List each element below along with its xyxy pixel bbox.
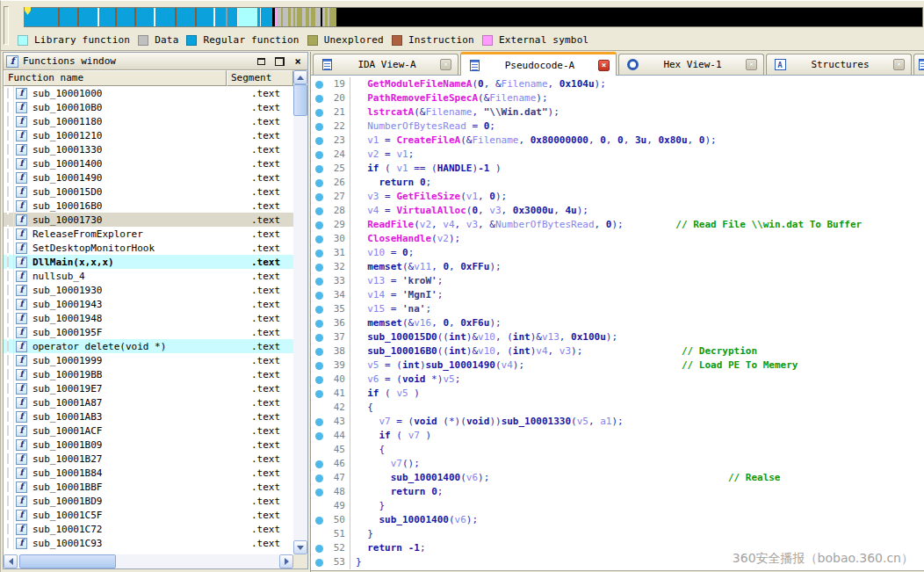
function-row[interactable]: foperator delete(void *).text	[4, 339, 293, 353]
function-row[interactable]: fsub_10001ACF.text	[4, 424, 293, 438]
code-line[interactable]: 28 v4 = VirtualAlloc(0, v3, 0x3000u, 4u)…	[311, 204, 924, 218]
function-row[interactable]: fsub_10001BBF.text	[4, 480, 293, 494]
code-line[interactable]: 48 return 0;	[311, 485, 924, 499]
horizontal-scroll-track[interactable]	[116, 554, 279, 568]
code-line[interactable]: 50 sub_10001400(v6);	[311, 513, 924, 527]
band-segment	[155, 8, 175, 26]
code-token: VirtualAlloc	[396, 204, 466, 218]
function-row[interactable]: fsub_10001000.text	[4, 86, 293, 100]
function-row[interactable]: fsub_10001948.text	[4, 311, 293, 325]
code-line[interactable]: 20 PathRemoveFileSpecA(&Filename);	[311, 91, 924, 105]
code-line[interactable]: 19 GetModuleFileNameA(0, &Filename, 0x10…	[311, 77, 924, 91]
code-line[interactable]: 42 {	[311, 401, 924, 415]
code-token	[356, 330, 367, 344]
code-line[interactable]: 38 sub_100016B0((int)&v10, (int)v4, v3);…	[311, 344, 924, 358]
code-line[interactable]: 51 }	[311, 527, 924, 541]
horizontal-scroll-thumb[interactable]	[19, 554, 116, 568]
function-row[interactable]: fSetDesktopMonitorHook.text	[4, 241, 293, 255]
function-row[interactable]: fsub_100019BB.text	[4, 367, 293, 381]
function-row[interactable]: fsub_10001180.text	[4, 114, 293, 128]
pseudocode-view[interactable]: 19 GetModuleFileNameA(0, &Filename, 0x10…	[311, 76, 924, 570]
functions-window-titlebar[interactable]: f Functions window ×	[4, 53, 307, 70]
scroll-left-button[interactable]	[4, 554, 18, 568]
code-line[interactable]: 26 return 0;	[311, 176, 924, 190]
function-row[interactable]: fnullsub_4.text	[4, 269, 293, 283]
scroll-up-button[interactable]	[293, 70, 307, 84]
vertical-scroll-track[interactable]	[293, 116, 307, 540]
function-row[interactable]: fsub_10001330.text	[4, 142, 293, 156]
scroll-down-button[interactable]	[293, 540, 307, 554]
vertical-scrollbar[interactable]	[293, 70, 307, 554]
line-number: 46	[327, 457, 350, 471]
code-line[interactable]: 24 v2 = v1;	[311, 148, 924, 162]
code-line[interactable]: 46 v7();	[311, 457, 924, 471]
vertical-scroll-thumb[interactable]	[293, 84, 307, 116]
code-line[interactable]: 37 sub_100015D0((int)&v10, (int)&v13, 0x…	[311, 330, 924, 344]
code-line[interactable]: 34 v14 = 'MgnI';	[311, 288, 924, 302]
function-row[interactable]: fsub_10001A87.text	[4, 395, 293, 409]
function-row[interactable]: fsub_10001B27.text	[4, 452, 293, 466]
column-header-function-name[interactable]: Function name	[4, 70, 227, 86]
tab-ida-view-a[interactable]: IDA View-A×	[313, 54, 458, 75]
function-row[interactable]: fsub_100016B0.text	[4, 199, 293, 213]
code-line[interactable]: 29 ReadFile(v2, v4, v3, &NumberOfBytesRe…	[311, 218, 924, 232]
tab-close-button[interactable]: ×	[746, 59, 757, 70]
scroll-right-button[interactable]	[279, 554, 293, 568]
f-glyph-icon: f	[16, 257, 27, 268]
code-line[interactable]: 45 {	[311, 443, 924, 457]
function-row[interactable]: fReleaseFromExplorer.text	[4, 227, 293, 241]
function-row[interactable]: fsub_10001C72.text	[4, 522, 293, 536]
function-row[interactable]: fsub_10001C5F.text	[4, 508, 293, 522]
horizontal-scrollbar[interactable]	[4, 554, 293, 568]
code-line[interactable]: 25 if ( v1 == (HANDLE)-1 )	[311, 162, 924, 176]
code-line[interactable]: 31 v10 = 0;	[311, 246, 924, 260]
code-line[interactable]: 32 memset(&v11, 0, 0xFFu);	[311, 260, 924, 274]
code-line[interactable]: 36 memset(&v16, 0, 0xF6u);	[311, 316, 924, 330]
maximize-button[interactable]	[254, 55, 268, 68]
toolbar-grip[interactable]	[4, 6, 9, 45]
nav-band[interactable]	[24, 7, 923, 27]
code-token: );	[478, 471, 489, 485]
column-header-segment[interactable]: Segment	[227, 70, 293, 86]
code-line[interactable]: 49 }	[311, 499, 924, 513]
tab-structures[interactable]: Structures×	[766, 54, 912, 75]
code-line[interactable]: 43 v7 = (void (*)(void))sub_10001330(v5,…	[311, 415, 924, 429]
tab-close-button[interactable]: ×	[440, 59, 451, 70]
tab-close-button[interactable]: ×	[598, 60, 610, 71]
tab-hex-view-1[interactable]: Hex View-1×	[618, 54, 764, 75]
function-row[interactable]: fsub_100019E7.text	[4, 381, 293, 395]
code-line[interactable]: 39 v5 = (int)sub_10001490(v4); // Load P…	[311, 358, 924, 373]
function-row[interactable]: fsub_100015D0.text	[4, 185, 293, 199]
function-row[interactable]: fsub_10001490.text	[4, 170, 293, 185]
code-line[interactable]: 40 v6 = (void *)v5;	[311, 373, 924, 387]
code-line[interactable]: 27 v3 = GetFileSize(v1, 0);	[311, 190, 924, 204]
function-row[interactable]: fDllMain(x,x,x).text	[4, 255, 293, 269]
function-row[interactable]: fsub_10001B84.text	[4, 466, 293, 480]
tab-partial[interactable]	[913, 54, 924, 75]
tab-close-button[interactable]: ×	[893, 59, 905, 70]
function-row[interactable]: fsub_10001210.text	[4, 128, 293, 142]
function-row[interactable]: fsub_10001999.text	[4, 353, 293, 367]
code-line[interactable]: 41 if ( v5 )	[311, 387, 924, 401]
code-line[interactable]: 44 if ( v7 )	[311, 429, 924, 443]
code-line[interactable]: 21 lstrcatA(&Filename, "\\Win.dat");	[311, 105, 924, 119]
function-row[interactable]: fsub_10001BD9.text	[4, 494, 293, 508]
function-row[interactable]: fsub_10001400.text	[4, 156, 293, 170]
code-line[interactable]: 35 v15 = 'na';	[311, 302, 924, 316]
function-row[interactable]: fsub_10001730.text	[4, 213, 293, 227]
close-button[interactable]: ×	[291, 55, 305, 68]
function-row[interactable]: fsub_10001B09.text	[4, 438, 293, 452]
code-line[interactable]: 30 CloseHandle(v2);	[311, 232, 924, 246]
function-row[interactable]: fsub_10001943.text	[4, 297, 293, 311]
function-row[interactable]: fsub_10001AB3.text	[4, 409, 293, 424]
restore-button[interactable]	[272, 55, 286, 68]
function-row[interactable]: fsub_10001C93.text	[4, 536, 293, 550]
code-line[interactable]: 23 v1 = CreateFileA(&Filename, 0x8000000…	[311, 134, 924, 148]
code-line[interactable]: 33 v13 = 'kroW';	[311, 274, 924, 288]
function-row[interactable]: fsub_1000195F.text	[4, 325, 293, 339]
function-row[interactable]: fsub_10001930.text	[4, 283, 293, 297]
function-row[interactable]: fsub_100010B0.text	[4, 100, 293, 114]
tab-pseudocode-a[interactable]: Pseudocode-A×	[460, 52, 617, 76]
code-line[interactable]: 47 sub_10001400(v6); // Realse	[311, 471, 924, 485]
code-line[interactable]: 22 NumberOfBytesRead = 0;	[311, 119, 924, 134]
